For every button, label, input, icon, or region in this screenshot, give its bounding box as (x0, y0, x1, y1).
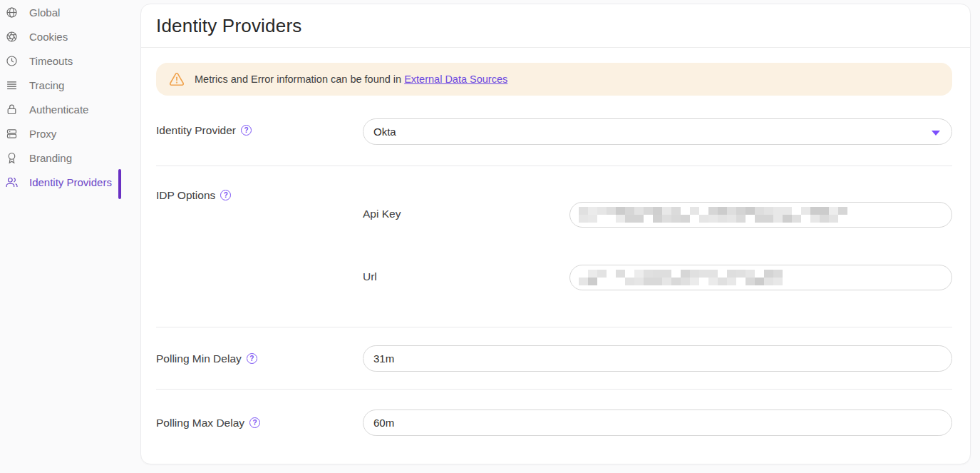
sidebar-item-cookies[interactable]: Cookies (0, 24, 140, 49)
external-data-sources-link[interactable]: External Data Sources (404, 73, 507, 85)
identity-provider-select[interactable]: Okta (363, 118, 952, 145)
info-banner: Metrics and Error information can be fou… (156, 63, 952, 96)
sidebar-item-label: Global (29, 6, 60, 19)
divider (156, 327, 952, 327)
redacted-value (579, 269, 783, 286)
sidebar-item-branding[interactable]: Branding (0, 146, 140, 170)
sidebar-item-label: Proxy (29, 128, 56, 140)
idp-options-row: IDP Options ? Api Key Url (156, 189, 952, 290)
identity-provider-label: Identity Provider ? (156, 118, 363, 145)
polling-max-delay-row: Polling Max Delay ? (156, 410, 952, 436)
help-icon[interactable]: ? (241, 125, 252, 136)
polling-max-delay-input[interactable] (363, 410, 952, 436)
redacted-value (579, 206, 847, 223)
lock-icon (6, 103, 18, 116)
sidebar-item-label: Timeouts (29, 55, 73, 67)
sidebar-item-label: Branding (29, 152, 72, 164)
award-icon (6, 152, 18, 164)
divider (156, 389, 952, 390)
settings-sidebar: Global Cookies Timeouts Tracing Authenti… (0, 0, 140, 473)
chevron-down-icon (932, 131, 940, 136)
help-icon[interactable]: ? (249, 417, 260, 428)
sidebar-item-authenticate[interactable]: Authenticate (0, 97, 140, 121)
sidebar-item-label: Tracing (29, 79, 64, 91)
polling-max-delay-label: Polling Max Delay ? (156, 410, 363, 436)
identity-provider-row: Identity Provider ? Okta (156, 118, 952, 145)
api-key-input[interactable] (569, 202, 952, 228)
sidebar-item-timeouts[interactable]: Timeouts (0, 49, 140, 73)
help-icon[interactable]: ? (220, 190, 231, 200)
lines-icon (6, 79, 18, 91)
polling-min-delay-row: Polling Min Delay ? (156, 345, 952, 372)
api-key-label: Api Key (363, 202, 569, 228)
api-key-row: Api Key (363, 202, 952, 228)
sidebar-item-tracing[interactable]: Tracing (0, 73, 140, 97)
page-title: Identity Providers (156, 15, 301, 37)
idp-options-label: IDP Options ? (156, 189, 363, 290)
polling-min-delay-input[interactable] (363, 345, 952, 372)
panel-body: Metrics and Error information can be fou… (141, 48, 970, 436)
identity-provider-selected-value: Okta (373, 126, 396, 138)
server-icon (6, 128, 18, 140)
sidebar-item-label: Identity Providers (29, 176, 112, 188)
panel-header: Identity Providers (141, 4, 970, 48)
url-input[interactable] (569, 265, 952, 290)
url-label: Url (363, 265, 569, 290)
help-icon[interactable]: ? (247, 353, 257, 364)
url-row: Url (363, 265, 952, 290)
sidebar-item-global[interactable]: Global (0, 0, 140, 24)
idp-options-fields: Api Key Url (363, 202, 952, 290)
globe-icon (6, 6, 18, 19)
warning-icon (169, 71, 185, 87)
aperture-icon (6, 31, 18, 43)
sidebar-item-label: Authenticate (29, 103, 88, 116)
users-icon (6, 176, 18, 188)
banner-text: Metrics and Error information can be fou… (195, 73, 507, 85)
sidebar-item-label: Cookies (29, 31, 68, 43)
banner-text-before-link: Metrics and Error information can be fou… (195, 73, 404, 85)
sidebar-item-proxy[interactable]: Proxy (0, 121, 140, 146)
divider (156, 166, 952, 166)
polling-min-delay-label: Polling Min Delay ? (156, 345, 363, 372)
identity-providers-panel: Identity Providers Metrics and Error inf… (140, 4, 971, 464)
clock-icon (6, 55, 18, 67)
active-item-indicator (118, 169, 121, 199)
